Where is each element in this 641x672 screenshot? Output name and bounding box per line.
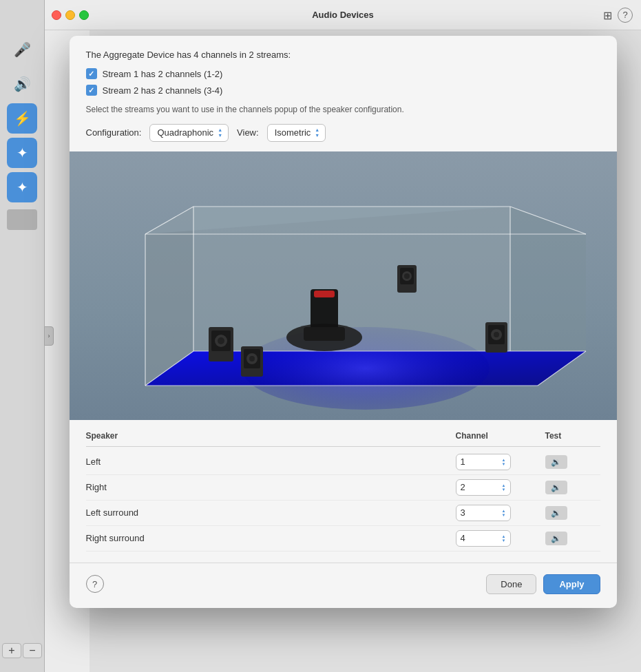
dialog-body: The Aggregate Device has 4 channels in 2…: [70, 36, 617, 142]
config-value: Quadraphonic: [157, 127, 213, 138]
speaker-name-left-surround: Left surround: [86, 507, 456, 518]
speaker-name-left: Left: [86, 456, 456, 467]
channel-arrows-right: [502, 483, 506, 492]
sidebar-icon-usb[interactable]: ⚡: [7, 103, 37, 134]
config-arrows-icon: [218, 127, 222, 138]
config-label: Configuration:: [86, 127, 142, 138]
footer-actions: Done Apply: [486, 574, 600, 594]
sidebar-icon-microphone[interactable]: 🎤: [7, 34, 37, 65]
sidebar-device-thumb: [7, 209, 37, 230]
channel-value-left: 1: [461, 456, 498, 467]
grid-view-icon[interactable]: ⊞: [603, 8, 612, 21]
test-right: 🔉: [545, 481, 600, 494]
view-arrows-icon: [315, 127, 319, 138]
view-value: Isometric: [275, 127, 311, 138]
stream1-row: Stream 1 has 2 channels (1-2): [86, 68, 600, 79]
table-row: Left surround 3 🔉: [86, 501, 600, 526]
table-row: Right 2 🔉: [86, 475, 600, 501]
svg-rect-21: [304, 327, 345, 341]
dialog-footer: ? Done Apply: [70, 563, 617, 608]
speaker-config-dialog: The Aggregate Device has 4 channels in 2…: [70, 36, 617, 608]
test-button-left-surround[interactable]: 🔉: [545, 506, 567, 520]
room-visualization: [70, 151, 617, 420]
stream2-label: Stream 2 has 2 channels (3-4): [103, 85, 223, 96]
add-device-button[interactable]: +: [2, 643, 21, 658]
table-header: Speaker Channel Test: [86, 431, 600, 447]
sidebar-icon-bluetooth1[interactable]: ✦: [7, 138, 37, 168]
sidebar-icon-bluetooth2[interactable]: ✦: [7, 172, 37, 202]
channel-arrows-left-surround: [502, 509, 506, 517]
svg-point-30: [404, 273, 410, 279]
svg-rect-22: [314, 291, 335, 297]
col-header-channel: Channel: [456, 431, 545, 441]
channel-value-right: 2: [461, 482, 498, 492]
svg-point-34: [249, 356, 255, 361]
room-3d-svg: [70, 151, 617, 420]
test-button-right-surround[interactable]: 🔉: [545, 532, 567, 545]
speaker-name-right-surround: Right surround: [86, 533, 456, 543]
test-button-left[interactable]: 🔉: [545, 455, 567, 469]
test-right-surround: 🔉: [545, 532, 600, 545]
add-remove-controls: + −: [2, 643, 42, 658]
channel-select-left[interactable]: 1: [456, 454, 511, 470]
title-bar: Audio Devices ⊞ ?: [45, 0, 641, 30]
stream2-row: Stream 2 has 2 channels (3-4): [86, 85, 600, 96]
svg-point-38: [494, 332, 499, 337]
done-button[interactable]: Done: [486, 574, 536, 594]
info-text: The Aggregate Device has 4 channels in 2…: [86, 50, 600, 60]
config-row: Configuration: Quadraphonic View: Isomet…: [86, 124, 600, 142]
test-left: 🔉: [545, 455, 600, 469]
remove-device-button[interactable]: −: [23, 643, 42, 658]
channel-select-right-surround[interactable]: 4: [456, 530, 511, 547]
configuration-dropdown[interactable]: Quadraphonic: [149, 124, 229, 142]
table-row: Left 1 🔉: [86, 450, 600, 475]
stream1-checkbox[interactable]: [86, 68, 97, 79]
test-button-right[interactable]: 🔉: [545, 481, 567, 494]
traffic-lights: [52, 10, 89, 20]
window: 🎤 🔊 ⚡ ✦ ✦ + − › Audio Devices ⊞ ?: [0, 0, 641, 672]
maximize-button[interactable]: [79, 10, 89, 20]
table-row: Right surround 4 🔉: [86, 526, 600, 552]
sidebar-icon-speaker[interactable]: 🔊: [7, 69, 37, 99]
col-header-speaker: Speaker: [86, 431, 456, 441]
speaker-table: Speaker Channel Test Left 1: [70, 420, 617, 563]
dialog-help-button[interactable]: ?: [86, 575, 104, 593]
channel-control-right-surround: 4: [456, 530, 545, 547]
channel-select-left-surround[interactable]: 3: [456, 505, 511, 521]
channel-control-right: 2: [456, 479, 545, 496]
channel-arrows-right-surround: [502, 534, 506, 543]
stream2-checkbox[interactable]: [86, 85, 97, 96]
minimize-button[interactable]: [65, 10, 75, 20]
window-title: Audio Devices: [312, 10, 374, 20]
channel-arrows-left: [502, 458, 506, 466]
svg-point-26: [218, 337, 224, 344]
channel-select-right[interactable]: 2: [456, 479, 511, 496]
channel-control-left: 1: [456, 454, 545, 470]
apply-button[interactable]: Apply: [543, 574, 600, 594]
view-dropdown[interactable]: Isometric: [267, 124, 326, 142]
main-area: Audio Devices ⊞ ? The Aggregate Device h…: [45, 0, 641, 672]
channel-control-left-surround: 3: [456, 505, 545, 521]
test-left-surround: 🔉: [545, 506, 600, 520]
speaker-name-right: Right: [86, 482, 456, 492]
close-button[interactable]: [52, 10, 61, 20]
col-header-test: Test: [545, 431, 600, 441]
view-label: View:: [237, 127, 259, 138]
sidebar: 🎤 🔊 ⚡ ✦ ✦ + − ›: [0, 0, 45, 672]
dialog-overlay: The Aggregate Device has 4 channels in 2…: [45, 30, 641, 672]
titlebar-help-button[interactable]: ?: [618, 8, 633, 23]
channel-value-left-surround: 3: [461, 507, 498, 518]
stream1-label: Stream 1 has 2 channels (1-2): [103, 69, 223, 79]
channel-value-right-surround: 4: [461, 533, 498, 543]
helper-text: Select the streams you want to use in th…: [86, 104, 600, 116]
